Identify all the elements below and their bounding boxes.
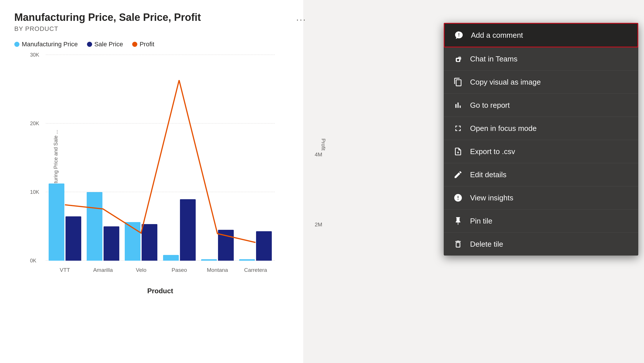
y-right-tick-4m: 4M: [315, 151, 322, 158]
legend-dot-sale: [87, 42, 92, 47]
legend-dot-profit: [132, 42, 137, 47]
menu-label-open-focus: Open in focus mode: [470, 124, 537, 133]
menu-item-chat-teams[interactable]: Chat in Teams: [444, 47, 638, 71]
x-ticks: VTT Amarilla Velo Paseo Montana Carreter…: [46, 262, 275, 278]
legend-manuf: Manufacturing Price: [14, 41, 78, 48]
y-tick-0k: 0K: [30, 258, 36, 264]
x-tick-montana: Montana: [200, 267, 235, 273]
delete-icon: [453, 239, 463, 249]
menu-item-pin-tile[interactable]: Pin tile: [444, 210, 638, 233]
x-tick-vtt: VTT: [48, 267, 82, 273]
x-tick-velo: Velo: [124, 267, 158, 273]
menu-item-edit-details[interactable]: Edit details: [444, 163, 638, 186]
legend-label-sale: Sale Price: [94, 41, 123, 48]
menu-label-chat-teams: Chat in Teams: [470, 55, 518, 63]
report-icon: [453, 100, 463, 110]
profit-line-svg: [46, 55, 275, 261]
menu-item-open-focus[interactable]: Open in focus mode: [444, 117, 638, 140]
legend-label-profit: Profit: [140, 41, 154, 48]
menu-label-pin-tile: Pin tile: [470, 217, 492, 226]
y-right-tick-2m: 2M: [315, 222, 322, 228]
menu-item-add-comment[interactable]: Add a comment: [444, 23, 638, 47]
teams-icon: [453, 54, 463, 64]
menu-label-delete-tile: Delete tile: [470, 240, 503, 249]
menu-label-add-comment: Add a comment: [471, 31, 523, 40]
chart-panel: Manufacturing Price, Sale Price, Profit …: [0, 0, 303, 363]
y-right-label: Profit: [320, 138, 326, 150]
menu-label-go-to-report: Go to report: [470, 101, 510, 110]
chart-subtitle: BY PRODUCT: [14, 25, 292, 33]
comment-icon: [454, 30, 464, 40]
x-tick-paseo: Paseo: [162, 267, 197, 273]
chart-title: Manufacturing Price, Sale Price, Profit: [14, 11, 292, 23]
menu-item-copy-visual[interactable]: Copy visual as image: [444, 71, 638, 94]
context-menu: Add a comment Chat in Teams Copy visual …: [444, 23, 638, 256]
copy-icon: [453, 77, 463, 87]
menu-item-go-to-report[interactable]: Go to report: [444, 94, 638, 117]
y-tick-10k: 10K: [30, 189, 39, 195]
legend-sale: Sale Price: [87, 41, 123, 48]
more-options-button[interactable]: ···: [296, 14, 306, 25]
x-tick-carretera: Carretera: [238, 267, 273, 273]
legend-dot-manuf: [14, 42, 19, 47]
chart-area: Manufacturing Price and Sale ... 30K 20K…: [31, 55, 289, 278]
y-tick-20k: 20K: [30, 121, 39, 127]
menu-label-view-insights: View insights: [470, 194, 513, 202]
focus-icon: [453, 123, 463, 133]
menu-item-view-insights[interactable]: View insights: [444, 186, 638, 210]
menu-item-delete-tile[interactable]: Delete tile: [444, 233, 638, 256]
edit-icon: [453, 169, 463, 180]
export-icon: [453, 146, 463, 157]
legend-label-manuf: Manufacturing Price: [22, 41, 78, 48]
legend-profit: Profit: [132, 41, 154, 48]
pin-icon: [453, 216, 463, 226]
y-tick-30k: 30K: [30, 52, 39, 58]
profit-line: [65, 80, 255, 242]
insights-icon: [453, 193, 463, 203]
x-axis-label: Product: [147, 287, 173, 295]
menu-item-export-csv[interactable]: Export to .csv: [444, 140, 638, 163]
chart-legend: Manufacturing Price Sale Price Profit: [14, 41, 292, 48]
menu-label-edit-details: Edit details: [470, 170, 506, 179]
menu-label-copy-visual: Copy visual as image: [470, 78, 541, 87]
x-tick-amarilla: Amarilla: [86, 267, 120, 273]
menu-label-export-csv: Export to .csv: [470, 147, 515, 156]
